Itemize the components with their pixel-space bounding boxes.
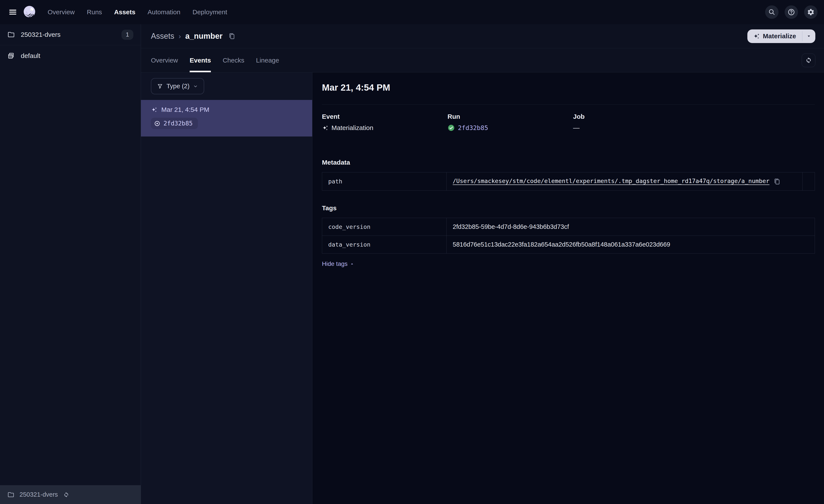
- asset-group-icon: [7, 52, 15, 59]
- copy-icon: [228, 32, 235, 40]
- events-list-panel: Type (2): [141, 73, 312, 504]
- tab-lineage[interactable]: Lineage: [256, 48, 279, 72]
- run-target-icon: [154, 120, 161, 127]
- materialize-sparkle-icon: [753, 33, 760, 39]
- breadcrumb-assets-link[interactable]: Assets: [151, 31, 174, 41]
- copy-path-button[interactable]: [774, 178, 781, 185]
- hide-tags-link[interactable]: Hide tags: [322, 260, 354, 267]
- table-row: code_version 2fd32b85-59be-4d7d-8d6e-943…: [322, 218, 815, 236]
- search-button[interactable]: [765, 5, 779, 19]
- asset-header: Assets › a_number: [141, 24, 824, 73]
- topbar: Overview Runs Assets Automation Deployme…: [0, 0, 824, 24]
- gear-icon: [807, 8, 815, 16]
- filter-funnel-icon: [157, 83, 163, 89]
- table-row: path /Users/smackesey/stm/code/elementl/…: [322, 172, 815, 191]
- tab-overview[interactable]: Overview: [151, 48, 178, 72]
- event-type-value: Materialization: [331, 124, 373, 132]
- asset-name: a_number: [185, 31, 223, 41]
- run-success-check-icon: [447, 124, 455, 132]
- metadata-heading: Metadata: [322, 159, 815, 166]
- tab-checks[interactable]: Checks: [223, 48, 244, 72]
- tag-key: code_version: [322, 218, 447, 236]
- event-list-item[interactable]: Mar 21, 4:54 PM 2fd32b85: [141, 100, 312, 136]
- materialize-button[interactable]: Materialize: [747, 29, 802, 43]
- folder-icon: [7, 31, 15, 38]
- type-filter-button[interactable]: Type (2): [151, 78, 204, 94]
- sidebar-item-label: default: [21, 52, 40, 59]
- tag-value: 2fd32b85-59be-4d7d-8d6e-943b6b3d73cf: [447, 218, 815, 236]
- breadcrumb-separator: ›: [179, 32, 181, 40]
- nav-automation[interactable]: Automation: [147, 8, 180, 16]
- event-timestamp: Mar 21, 4:54 PM: [161, 106, 209, 113]
- materialize-dropdown-button[interactable]: [802, 29, 815, 43]
- metadata-table: path /Users/smackesey/stm/code/elementl/…: [322, 172, 815, 191]
- run-column-label: Run: [447, 113, 573, 120]
- type-filter-label: Type (2): [167, 83, 189, 90]
- hamburger-icon: [9, 8, 17, 16]
- job-value: —: [573, 124, 580, 132]
- chevron-down-icon: [193, 84, 198, 89]
- event-run-badge[interactable]: 2fd32b85: [151, 118, 198, 129]
- hide-tags-label: Hide tags: [322, 260, 347, 267]
- sidebar-footer-label: 250321-dvers: [19, 491, 58, 498]
- topbar-actions: [765, 5, 818, 19]
- caret-down-icon: [806, 33, 812, 39]
- metadata-value-cell: /Users/smackesey/stm/code/elementl/exper…: [447, 172, 803, 191]
- folder-icon: [7, 491, 14, 498]
- refresh-icon: [805, 57, 812, 64]
- caret-up-icon: [350, 261, 354, 266]
- sidebar-group-count-badge: 1: [121, 30, 133, 40]
- copy-asset-name-button[interactable]: [228, 32, 235, 40]
- sidebar-item-default[interactable]: default: [0, 45, 141, 66]
- nav-overview[interactable]: Overview: [47, 8, 75, 16]
- nav-assets[interactable]: Assets: [114, 8, 135, 16]
- tab-events[interactable]: Events: [190, 48, 211, 72]
- settings-button[interactable]: [804, 5, 818, 19]
- tags-heading: Tags: [322, 205, 815, 212]
- job-column-label: Job: [573, 113, 585, 120]
- tag-key: data_version: [322, 236, 447, 253]
- search-icon: [768, 8, 776, 16]
- nav-deployment[interactable]: Deployment: [193, 8, 227, 16]
- top-navigation: Overview Runs Assets Automation Deployme…: [47, 8, 227, 16]
- tag-value: 5816d76e51c13dac22e3fa182a654aa2d526fb50…: [447, 236, 815, 253]
- asset-catalog-sidebar: 250321-dvers 1 default 250321-dvers: [0, 24, 141, 504]
- materialization-sparkle-icon: [151, 106, 158, 113]
- materialization-sparkle-icon: [322, 125, 328, 131]
- metadata-path-link[interactable]: /Users/smackesey/stm/code/elementl/exper…: [453, 177, 769, 184]
- sidebar-footer-code-location[interactable]: 250321-dvers: [0, 485, 141, 504]
- hamburger-menu-button[interactable]: [6, 6, 19, 18]
- table-row: data_version 5816d76e51c13dac22e3fa182a6…: [322, 236, 815, 253]
- materialize-split-button: Materialize: [747, 29, 815, 43]
- tags-table: code_version 2fd32b85-59be-4d7d-8d6e-943…: [322, 218, 815, 254]
- nav-runs[interactable]: Runs: [87, 8, 102, 16]
- metadata-key: path: [322, 172, 447, 191]
- event-detail-panel: Mar 21, 4:54 PM Event: [312, 73, 824, 504]
- breadcrumb: Assets › a_number: [151, 31, 235, 41]
- sidebar-group-label: 250321-dvers: [21, 31, 61, 38]
- reload-location-icon[interactable]: [63, 491, 70, 498]
- event-column-label: Event: [322, 113, 447, 120]
- event-summary-columns: Event Materialization: [322, 113, 815, 132]
- dagster-logo[interactable]: [22, 5, 37, 20]
- help-button[interactable]: [785, 5, 798, 19]
- materialize-button-label: Materialize: [763, 32, 796, 40]
- refresh-button[interactable]: [802, 53, 815, 67]
- metadata-spacer-cell: [803, 172, 815, 191]
- sidebar-group-row[interactable]: 250321-dvers 1: [0, 24, 141, 45]
- copy-icon: [774, 178, 781, 185]
- event-detail-title: Mar 21, 4:54 PM: [322, 83, 815, 93]
- event-run-id: 2fd32b85: [164, 120, 193, 127]
- help-icon: [788, 8, 795, 16]
- run-id-link[interactable]: 2fd32b85: [458, 124, 488, 132]
- asset-tabs: Overview Events Checks Lineage: [141, 48, 824, 72]
